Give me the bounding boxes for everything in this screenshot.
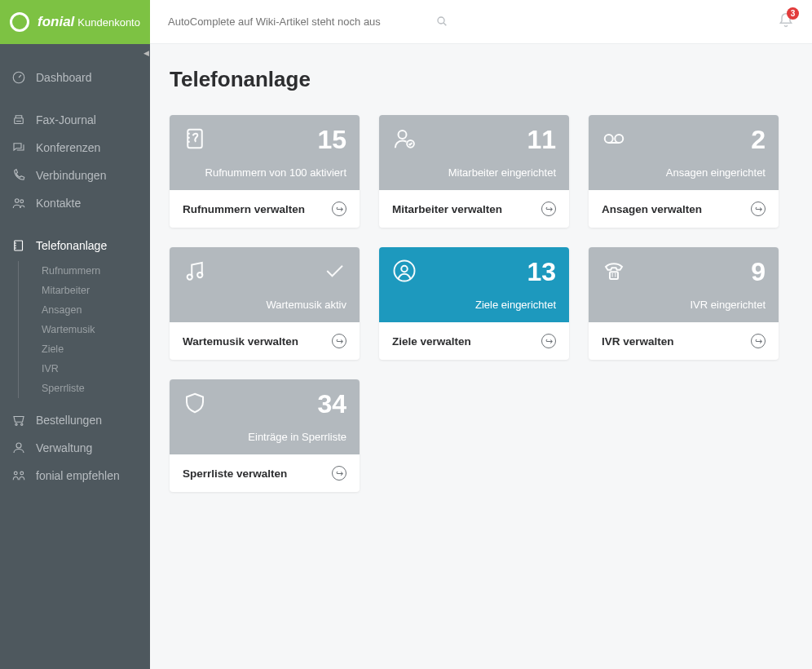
sidebar: fonial Kundenkonto Dashboard Fax-Journal bbox=[0, 0, 150, 669]
svg-point-16 bbox=[188, 274, 192, 279]
subnav-item-wartemusik[interactable]: Wartemusik bbox=[42, 320, 150, 339]
card-wartemusik: Wartemusik aktiv Wartemusik verwalten ↪ bbox=[170, 247, 360, 360]
card-top: 11 Mitarbeiter eingerichtet bbox=[379, 115, 569, 190]
sidebar-item-label: Kontakte bbox=[36, 197, 81, 210]
svg-point-7 bbox=[16, 443, 21, 448]
card-action-label: Rufnummern verwalten bbox=[183, 203, 305, 215]
card-action-label: IVR verwalten bbox=[602, 335, 674, 348]
main: 3 Telefonanlage 15 Rufnummern von 100 a bbox=[150, 0, 812, 669]
sidebar-item-verwaltung[interactable]: Verwaltung bbox=[0, 434, 150, 462]
card-sub: Mitarbeiter eingerichtet bbox=[392, 166, 556, 179]
svg-point-15 bbox=[615, 135, 623, 143]
svg-point-17 bbox=[197, 272, 202, 277]
subnav-item-sperrliste[interactable]: Sperrliste bbox=[42, 379, 150, 398]
sidebar-item-konferenzen[interactable]: Konferenzen bbox=[0, 134, 150, 162]
svg-point-8 bbox=[14, 472, 17, 475]
subnav-item-mitarbeiter[interactable]: Mitarbeiter bbox=[42, 281, 150, 300]
brand-name: fonial bbox=[38, 14, 74, 30]
svg-point-12 bbox=[399, 131, 407, 139]
card-rufnummern: 15 Rufnummern von 100 aktiviert Rufnumme… bbox=[170, 115, 360, 228]
card-sub: IVR eingerichtet bbox=[602, 299, 766, 311]
cards-grid: 15 Rufnummern von 100 aktiviert Rufnumme… bbox=[170, 115, 792, 492]
sidebar-collapse-toggle[interactable]: ◀ bbox=[142, 46, 150, 60]
card-action[interactable]: Sperrliste verwalten ↪ bbox=[170, 454, 360, 492]
sidebar-item-label: Fax-Journal bbox=[36, 113, 96, 126]
arrow-right-icon: ↪ bbox=[541, 202, 556, 216]
card-top: 13 Ziele eingerichtet bbox=[379, 247, 569, 322]
card-ansagen: 2 Ansagen eingerichtet Ansagen verwalten… bbox=[589, 115, 779, 228]
card-action[interactable]: Ansagen verwalten ↪ bbox=[589, 190, 779, 228]
card-action[interactable]: Wartemusik verwalten ↪ bbox=[170, 322, 360, 360]
pbx-icon bbox=[11, 238, 26, 253]
card-action[interactable]: Mitarbeiter verwalten ↪ bbox=[379, 190, 569, 228]
page-title: Telefonanlage bbox=[170, 67, 792, 92]
subnav-item-ivr[interactable]: IVR bbox=[42, 359, 150, 379]
card-action[interactable]: Rufnummern verwalten ↪ bbox=[170, 190, 360, 228]
svg-point-9 bbox=[20, 472, 24, 475]
svg-point-10 bbox=[438, 17, 444, 24]
voicemail-icon bbox=[602, 126, 626, 151]
svg-point-3 bbox=[20, 200, 24, 203]
subnav-item-ziele[interactable]: Ziele bbox=[42, 339, 150, 359]
svg-point-14 bbox=[605, 135, 613, 143]
brand-subtitle: Kundenkonto bbox=[77, 16, 140, 29]
svg-rect-20 bbox=[610, 272, 618, 279]
card-top: 2 Ansagen eingerichtet bbox=[589, 115, 779, 190]
arrow-right-icon: ↪ bbox=[751, 334, 766, 348]
card-action-label: Mitarbeiter verwalten bbox=[392, 203, 502, 215]
subnav-telefonanlage: Rufnummern Mitarbeiter Ansagen Wartemusi… bbox=[18, 261, 150, 398]
search-input[interactable] bbox=[168, 9, 453, 35]
sidebar-item-telefonanlage[interactable]: Telefonanlage bbox=[0, 232, 150, 259]
nav: Dashboard Fax-Journal Konferenzen Verb bbox=[0, 44, 150, 490]
sidebar-item-faxjournal[interactable]: Fax-Journal bbox=[0, 106, 150, 134]
card-value: 9 bbox=[751, 259, 766, 285]
sidebar-item-dashboard[interactable]: Dashboard bbox=[0, 64, 150, 91]
card-value: 15 bbox=[317, 126, 346, 153]
subnav-item-rufnummern[interactable]: Rufnummern bbox=[42, 261, 150, 281]
sidebar-item-label: Verbindungen bbox=[36, 169, 106, 182]
notification-badge: 3 bbox=[787, 7, 799, 20]
card-action-label: Sperrliste verwalten bbox=[183, 467, 287, 480]
sidebar-item-empfehlen[interactable]: fonial empfehlen bbox=[0, 462, 150, 490]
sidebar-item-kontakte[interactable]: Kontakte bbox=[0, 189, 150, 217]
card-action[interactable]: IVR verwalten ↪ bbox=[589, 322, 779, 360]
svg-point-18 bbox=[395, 261, 415, 281]
fax-icon bbox=[11, 113, 26, 127]
sidebar-item-label: Dashboard bbox=[36, 71, 92, 84]
dashboard-icon bbox=[11, 70, 26, 85]
search bbox=[168, 9, 453, 35]
card-action[interactable]: Ziele verwalten ↪ bbox=[379, 322, 569, 360]
arrow-right-icon: ↪ bbox=[541, 334, 556, 348]
music-icon bbox=[183, 259, 207, 283]
card-sub: Ziele eingerichtet bbox=[392, 299, 556, 311]
card-sperrliste: 34 Einträge in Sperrliste Sperrliste ver… bbox=[170, 379, 360, 492]
svg-point-19 bbox=[401, 266, 408, 272]
card-sub: Einträge in Sperrliste bbox=[183, 431, 346, 443]
topbar: 3 bbox=[150, 0, 812, 44]
svg-point-6 bbox=[21, 423, 23, 425]
check-icon bbox=[322, 259, 346, 283]
svg-point-2 bbox=[15, 199, 20, 203]
content: Telefonanlage 15 Rufnummern von 100 akti… bbox=[150, 44, 812, 515]
notifications-button[interactable]: 3 bbox=[778, 12, 794, 32]
old-phone-icon bbox=[602, 259, 626, 283]
card-ziele: 13 Ziele eingerichtet Ziele verwalten ↪ bbox=[379, 247, 569, 360]
card-top: Wartemusik aktiv bbox=[170, 247, 360, 322]
user-check-icon bbox=[392, 126, 417, 151]
sidebar-item-verbindungen[interactable]: Verbindungen bbox=[0, 162, 150, 189]
sidebar-item-bestellungen[interactable]: Bestellungen bbox=[0, 406, 150, 434]
card-action-label: Wartemusik verwalten bbox=[183, 335, 298, 348]
card-mitarbeiter: 11 Mitarbeiter eingerichtet Mitarbeiter … bbox=[379, 115, 569, 228]
sidebar-item-label: fonial empfehlen bbox=[36, 469, 120, 482]
arrow-right-icon: ↪ bbox=[332, 202, 346, 216]
arrow-right-icon: ↪ bbox=[332, 466, 346, 481]
chat-icon bbox=[11, 140, 26, 155]
search-icon bbox=[435, 15, 448, 31]
admin-icon bbox=[11, 441, 26, 455]
brand-bar: fonial Kundenkonto bbox=[0, 0, 150, 44]
subnav-item-ansagen[interactable]: Ansagen bbox=[42, 300, 150, 320]
card-sub: Wartemusik aktiv bbox=[183, 299, 346, 311]
sidebar-item-label: Verwaltung bbox=[36, 441, 92, 454]
sidebar-item-label: Telefonanlage bbox=[36, 239, 107, 252]
addressbook-icon bbox=[183, 126, 207, 151]
